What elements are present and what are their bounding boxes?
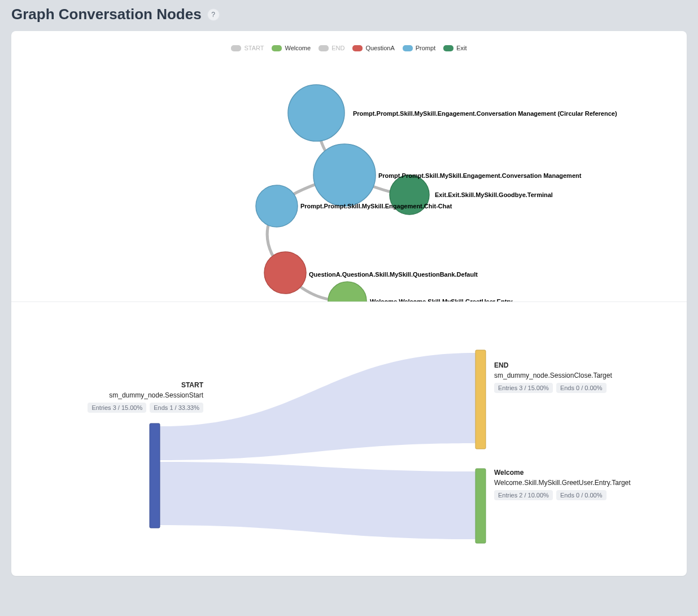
- sankey-sub: sm_dummy_node.SessionClose.Target: [494, 372, 612, 379]
- node-label: Prompt.Prompt.Skill.MySkill.Engagement.C…: [378, 172, 581, 179]
- sankey-svg: [11, 302, 664, 576]
- bubble-svg: [11, 31, 664, 302]
- node-label: QuestionA.QuestionA.Skill.MySkill.Questi…: [309, 271, 478, 278]
- entries-pill: Entries 2 / 10.00%: [494, 490, 553, 500]
- node-prompt-circref[interactable]: [288, 85, 344, 141]
- bubble-chart: START Welcome END QuestionA Prompt Exit: [11, 31, 687, 302]
- sankey-name: START: [45, 381, 203, 389]
- node-label: Welcome.Welcome.Skill.MySkill.GreetUser.…: [370, 298, 513, 302]
- ends-pill: Ends 0 / 0.00%: [556, 383, 607, 393]
- sankey-bar-end[interactable]: [475, 350, 486, 449]
- node-questiona-default[interactable]: [264, 252, 306, 294]
- node-label: Prompt.Prompt.Skill.MySkill.Engagement.C…: [300, 203, 452, 209]
- sankey-sub: sm_dummy_node.SessionStart: [45, 391, 203, 399]
- node-label: Exit.Exit.Skill.MySkill.Goodbye.Terminal: [435, 191, 553, 198]
- sankey-flow-end: [160, 353, 475, 460]
- ends-pill: Ends 1 / 33.33%: [150, 403, 203, 413]
- sankey-label-start: START sm_dummy_node.SessionStart Entries…: [45, 381, 203, 413]
- sankey-label-welcome: Welcome Welcome.Skill.MySkill.GreetUser.…: [494, 469, 631, 500]
- sankey-chart: START sm_dummy_node.SessionStart Entries…: [11, 302, 687, 576]
- node-prompt-chitchat[interactable]: [256, 185, 298, 227]
- entries-pill: Entries 3 / 15.00%: [494, 383, 553, 393]
- ends-pill: Ends 0 / 0.00%: [556, 490, 607, 500]
- sankey-name: Welcome: [494, 469, 631, 477]
- sankey-flow-welcome: [160, 462, 475, 539]
- sankey-sub: Welcome.Skill.MySkill.GreetUser.Entry.Ta…: [494, 479, 631, 487]
- sankey-label-end: END sm_dummy_node.SessionClose.Target En…: [494, 361, 612, 393]
- sankey-bar-welcome[interactable]: [475, 469, 486, 543]
- entries-pill: Entries 3 / 15.00%: [88, 403, 146, 413]
- help-icon[interactable]: ?: [207, 8, 220, 21]
- page-title: Graph Conversation Nodes: [11, 6, 202, 23]
- chart-card: START Welcome END QuestionA Prompt Exit: [11, 31, 687, 576]
- sankey-bar-start[interactable]: [150, 423, 160, 528]
- node-label: Prompt.Prompt.Skill.MySkill.Engagement.C…: [353, 110, 617, 117]
- node-welcome-entry[interactable]: [328, 282, 367, 302]
- sankey-name: END: [494, 361, 612, 369]
- node-prompt-convmgmt[interactable]: [313, 144, 376, 206]
